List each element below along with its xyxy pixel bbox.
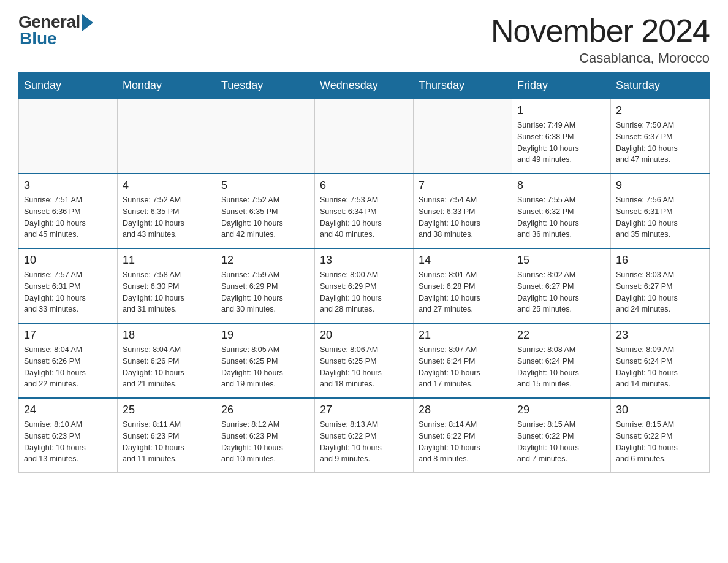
day-info: Sunrise: 8:04 AMSunset: 6:26 PMDaylight:… (24, 344, 112, 390)
day-info: Sunrise: 8:10 AMSunset: 6:23 PMDaylight:… (24, 419, 112, 465)
calendar-cell (216, 99, 315, 174)
calendar-cell: 21Sunrise: 8:07 AMSunset: 6:24 PMDayligh… (414, 323, 512, 398)
day-info: Sunrise: 7:56 AMSunset: 6:31 PMDaylight:… (616, 194, 704, 240)
day-info: Sunrise: 7:51 AMSunset: 6:36 PMDaylight:… (24, 194, 112, 240)
calendar-cell: 5Sunrise: 7:52 AMSunset: 6:35 PMDaylight… (216, 174, 315, 248)
calendar-week-row: 17Sunrise: 8:04 AMSunset: 6:26 PMDayligh… (19, 323, 710, 398)
month-title: November 2024 (491, 12, 710, 49)
calendar-cell: 16Sunrise: 8:03 AMSunset: 6:27 PMDayligh… (611, 248, 710, 323)
calendar-cell: 6Sunrise: 7:53 AMSunset: 6:34 PMDaylight… (315, 174, 414, 248)
calendar-cell: 2Sunrise: 7:50 AMSunset: 6:37 PMDaylight… (611, 99, 710, 174)
day-number: 23 (616, 329, 704, 342)
calendar-cell: 8Sunrise: 7:55 AMSunset: 6:32 PMDaylight… (512, 174, 611, 248)
calendar-header-sunday: Sunday (19, 73, 118, 99)
calendar-header-friday: Friday (512, 73, 611, 99)
day-number: 21 (419, 329, 507, 342)
day-info: Sunrise: 8:01 AMSunset: 6:28 PMDaylight:… (419, 269, 507, 315)
day-number: 2 (616, 104, 704, 117)
day-number: 26 (221, 404, 309, 416)
day-number: 10 (24, 254, 112, 267)
calendar-header-row: SundayMondayTuesdayWednesdayThursdayFrid… (19, 73, 710, 99)
day-number: 14 (419, 254, 507, 267)
day-number: 8 (517, 179, 605, 192)
calendar-week-row: 1Sunrise: 7:49 AMSunset: 6:38 PMDaylight… (19, 99, 710, 174)
day-number: 4 (123, 179, 211, 192)
day-info: Sunrise: 7:58 AMSunset: 6:30 PMDaylight:… (123, 269, 211, 315)
calendar-week-row: 10Sunrise: 7:57 AMSunset: 6:31 PMDayligh… (19, 248, 710, 323)
day-info: Sunrise: 8:02 AMSunset: 6:27 PMDaylight:… (517, 269, 605, 315)
day-info: Sunrise: 8:12 AMSunset: 6:23 PMDaylight:… (221, 419, 309, 465)
calendar-cell: 17Sunrise: 8:04 AMSunset: 6:26 PMDayligh… (19, 323, 118, 398)
day-info: Sunrise: 8:03 AMSunset: 6:27 PMDaylight:… (616, 269, 704, 315)
calendar-cell: 10Sunrise: 7:57 AMSunset: 6:31 PMDayligh… (19, 248, 118, 323)
day-info: Sunrise: 7:54 AMSunset: 6:33 PMDaylight:… (419, 194, 507, 240)
day-number: 28 (419, 404, 507, 416)
day-number: 11 (123, 254, 211, 267)
calendar-header-wednesday: Wednesday (315, 73, 414, 99)
day-info: Sunrise: 7:55 AMSunset: 6:32 PMDaylight:… (517, 194, 605, 240)
day-number: 6 (320, 179, 408, 192)
day-info: Sunrise: 8:14 AMSunset: 6:22 PMDaylight:… (419, 419, 507, 465)
calendar-cell: 26Sunrise: 8:12 AMSunset: 6:23 PMDayligh… (216, 398, 315, 473)
day-number: 25 (123, 404, 211, 416)
page-header: General Blue November 2024 Casablanca, M… (18, 12, 710, 66)
calendar-cell: 30Sunrise: 8:15 AMSunset: 6:22 PMDayligh… (611, 398, 710, 473)
calendar-cell: 14Sunrise: 8:01 AMSunset: 6:28 PMDayligh… (414, 248, 512, 323)
day-info: Sunrise: 7:52 AMSunset: 6:35 PMDaylight:… (221, 194, 309, 240)
calendar-cell: 28Sunrise: 8:14 AMSunset: 6:22 PMDayligh… (414, 398, 512, 473)
day-number: 9 (616, 179, 704, 192)
day-number: 13 (320, 254, 408, 267)
calendar-cell: 22Sunrise: 8:08 AMSunset: 6:24 PMDayligh… (512, 323, 611, 398)
calendar-week-row: 24Sunrise: 8:10 AMSunset: 6:23 PMDayligh… (19, 398, 710, 473)
day-info: Sunrise: 8:15 AMSunset: 6:22 PMDaylight:… (616, 419, 704, 465)
calendar-cell (414, 99, 512, 174)
day-info: Sunrise: 8:05 AMSunset: 6:25 PMDaylight:… (221, 344, 309, 390)
day-info: Sunrise: 8:06 AMSunset: 6:25 PMDaylight:… (320, 344, 408, 390)
day-number: 5 (221, 179, 309, 192)
day-number: 20 (320, 329, 408, 342)
location-text: Casablanca, Morocco (491, 50, 710, 66)
calendar-cell: 27Sunrise: 8:13 AMSunset: 6:22 PMDayligh… (315, 398, 414, 473)
day-number: 18 (123, 329, 211, 342)
day-number: 16 (616, 254, 704, 267)
logo-arrow-icon (82, 14, 93, 31)
calendar-header-thursday: Thursday (414, 73, 512, 99)
calendar-cell: 3Sunrise: 7:51 AMSunset: 6:36 PMDaylight… (19, 174, 118, 248)
calendar-cell: 23Sunrise: 8:09 AMSunset: 6:24 PMDayligh… (611, 323, 710, 398)
calendar-cell (19, 99, 118, 174)
day-info: Sunrise: 8:13 AMSunset: 6:22 PMDaylight:… (320, 419, 408, 465)
calendar-cell: 29Sunrise: 8:15 AMSunset: 6:22 PMDayligh… (512, 398, 611, 473)
day-info: Sunrise: 7:49 AMSunset: 6:38 PMDaylight:… (517, 120, 605, 166)
title-section: November 2024 Casablanca, Morocco (491, 12, 710, 66)
day-number: 15 (517, 254, 605, 267)
day-number: 19 (221, 329, 309, 342)
day-number: 24 (24, 404, 112, 416)
calendar-header-saturday: Saturday (611, 73, 710, 99)
day-info: Sunrise: 8:08 AMSunset: 6:24 PMDaylight:… (517, 344, 605, 390)
calendar-header-tuesday: Tuesday (216, 73, 315, 99)
day-info: Sunrise: 7:59 AMSunset: 6:29 PMDaylight:… (221, 269, 309, 315)
day-info: Sunrise: 8:09 AMSunset: 6:24 PMDaylight:… (616, 344, 704, 390)
day-number: 7 (419, 179, 507, 192)
day-info: Sunrise: 8:04 AMSunset: 6:26 PMDaylight:… (123, 344, 211, 390)
calendar-cell: 13Sunrise: 8:00 AMSunset: 6:29 PMDayligh… (315, 248, 414, 323)
calendar-week-row: 3Sunrise: 7:51 AMSunset: 6:36 PMDaylight… (19, 174, 710, 248)
day-number: 3 (24, 179, 112, 192)
day-number: 1 (517, 104, 605, 117)
calendar-cell: 18Sunrise: 8:04 AMSunset: 6:26 PMDayligh… (118, 323, 216, 398)
calendar-cell: 19Sunrise: 8:05 AMSunset: 6:25 PMDayligh… (216, 323, 315, 398)
day-number: 22 (517, 329, 605, 342)
calendar-cell: 15Sunrise: 8:02 AMSunset: 6:27 PMDayligh… (512, 248, 611, 323)
calendar-cell: 11Sunrise: 7:58 AMSunset: 6:30 PMDayligh… (118, 248, 216, 323)
calendar-cell: 20Sunrise: 8:06 AMSunset: 6:25 PMDayligh… (315, 323, 414, 398)
day-info: Sunrise: 8:15 AMSunset: 6:22 PMDaylight:… (517, 419, 605, 465)
day-info: Sunrise: 7:57 AMSunset: 6:31 PMDaylight:… (24, 269, 112, 315)
logo-blue-text: Blue (20, 29, 57, 48)
calendar-cell: 1Sunrise: 7:49 AMSunset: 6:38 PMDaylight… (512, 99, 611, 174)
calendar-cell: 7Sunrise: 7:54 AMSunset: 6:33 PMDaylight… (414, 174, 512, 248)
day-info: Sunrise: 8:00 AMSunset: 6:29 PMDaylight:… (320, 269, 408, 315)
day-info: Sunrise: 8:11 AMSunset: 6:23 PMDaylight:… (123, 419, 211, 465)
logo: General Blue (18, 12, 93, 48)
calendar-header-monday: Monday (118, 73, 216, 99)
calendar-table: SundayMondayTuesdayWednesdayThursdayFrid… (18, 72, 710, 473)
